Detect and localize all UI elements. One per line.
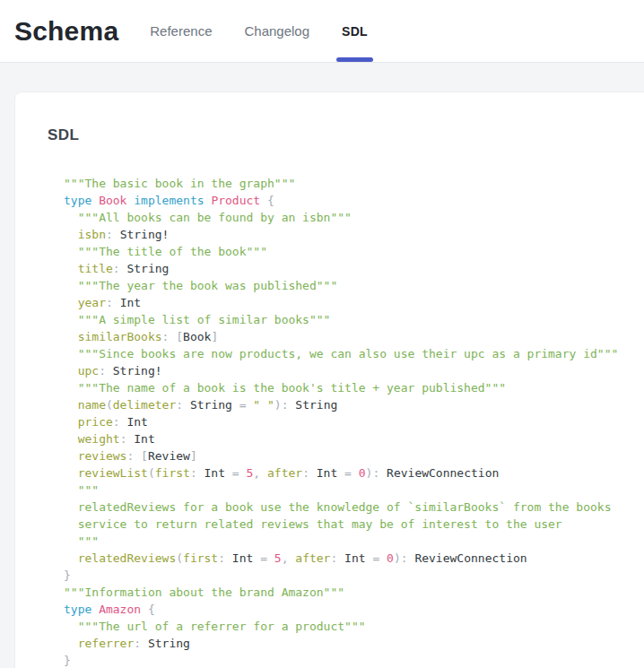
code-token: """All books can be found by an isbn""" [64, 211, 352, 224]
sdl-card: SDL """The basic book in the graph"""typ… [14, 91, 644, 668]
code-token: Amazon [99, 603, 141, 616]
code-token: = [366, 551, 387, 565]
code-token: """Since books are now products, we can … [64, 347, 618, 360]
code-token: : [106, 228, 120, 241]
code-token: referrer [64, 637, 134, 650]
code-token: weight [64, 432, 120, 446]
code-token: """The year the book was published""" [64, 279, 337, 292]
code-token: : [302, 466, 317, 480]
code-token: """A simple list of similar books""" [64, 313, 330, 326]
code-token: Product [211, 194, 260, 207]
code-line: reviewList(first: Int = 5, after: Int = … [64, 464, 623, 481]
code-token: = [232, 398, 253, 412]
tab-sdl[interactable]: SDL [339, 0, 370, 62]
code-token: ( [176, 551, 183, 565]
code-token: = [253, 551, 274, 565]
code-token: reviewList [64, 466, 148, 480]
code-line: referrer: String [64, 635, 623, 652]
code-token: : [99, 364, 113, 377]
code-token: , [282, 551, 296, 565]
code-token: String [295, 398, 337, 412]
code-token: type [64, 603, 91, 616]
tab-bar: Reference Changelog SDL [147, 0, 370, 62]
code-line: isbn: String! [64, 226, 623, 243]
code-line: similarBooks: [Book] [64, 328, 623, 345]
code-token: ReviewConnection [387, 466, 499, 480]
code-token: after [295, 551, 330, 565]
code-token: = [225, 466, 246, 480]
code-token: : [106, 296, 120, 309]
code-token: after [267, 466, 302, 480]
code-line: type Book implements Product { [64, 192, 623, 209]
code-token: Book [99, 194, 126, 207]
code-token: relatedReviews [64, 551, 176, 565]
code-line: """The basic book in the graph""" [64, 175, 623, 192]
code-token: ): [366, 466, 387, 480]
code-token: 0 [359, 466, 366, 480]
code-token: reviews [64, 449, 126, 463]
code-token: Int [134, 432, 154, 446]
code-token: : [120, 432, 135, 446]
code-token: : [134, 637, 148, 650]
code-token: Int [232, 551, 253, 565]
code-line: year: Int [64, 294, 623, 311]
code-token: } [64, 568, 71, 582]
main-content: SDL """The basic book in the graph"""typ… [0, 63, 644, 668]
code-token: name [64, 398, 106, 412]
code-line: """The title of the book""" [64, 243, 623, 260]
code-line: type Amazon { [64, 601, 623, 618]
code-line: """All books can be found by an isbn""" [64, 209, 623, 226]
code-token: : [ [162, 330, 183, 343]
code-token: String! [113, 364, 162, 377]
page-title: Schema [14, 16, 118, 47]
code-line: """The url of a referrer for a product""… [64, 618, 623, 635]
code-token: ): [394, 551, 414, 565]
code-line: """The year the book was published""" [64, 277, 623, 294]
code-line: title: String [64, 260, 623, 277]
code-token: price [64, 415, 113, 429]
code-token: } [64, 654, 71, 667]
code-token [91, 603, 99, 616]
code-token: service to return related reviews that m… [64, 517, 562, 531]
code-token: ] [190, 449, 197, 463]
code-token [91, 194, 99, 207]
code-line: reviews: [Review] [64, 447, 623, 464]
code-token: " " [253, 398, 274, 412]
code-token: ( [148, 466, 155, 480]
page-header: Schema Reference Changelog SDL [0, 0, 644, 63]
code-token: ): [274, 398, 295, 412]
code-token: : [176, 398, 190, 412]
code-token: 0 [387, 551, 394, 565]
section-title: SDL [48, 126, 623, 144]
code-token: Int [205, 466, 225, 480]
code-token: """The basic book in the graph""" [64, 177, 295, 190]
code-token: ReviewConnection [414, 551, 527, 565]
code-token: Int [126, 415, 147, 429]
code-token: implements [126, 194, 211, 207]
code-token: type [64, 194, 91, 207]
code-token: year [64, 296, 106, 309]
code-token: similarBooks [64, 330, 162, 343]
tab-changelog-label: Changelog [244, 23, 309, 39]
code-token: : [190, 466, 205, 480]
code-token: : [ [126, 449, 147, 463]
tab-sdl-label: SDL [342, 24, 368, 39]
code-token: 5 [274, 551, 282, 565]
code-line: relatedReviews for a book use the knowle… [64, 499, 623, 516]
code-line: """A simple list of similar books""" [64, 311, 623, 328]
code-line: """Since books are now products, we can … [64, 345, 623, 362]
code-token: first [155, 466, 190, 480]
code-token: """ [64, 534, 99, 548]
code-token: relatedReviews for a book use the knowle… [64, 500, 611, 514]
code-token: : [218, 551, 232, 565]
code-token: { [260, 194, 274, 207]
code-token: String [126, 262, 169, 275]
tab-reference[interactable]: Reference [147, 0, 214, 62]
code-token: Book [183, 330, 211, 343]
code-token: = [337, 466, 358, 480]
code-line: upc: String! [64, 362, 623, 379]
code-token: title [64, 262, 113, 275]
code-token: delimeter [113, 398, 176, 412]
code-line: } [64, 652, 623, 668]
tab-changelog[interactable]: Changelog [241, 0, 312, 62]
